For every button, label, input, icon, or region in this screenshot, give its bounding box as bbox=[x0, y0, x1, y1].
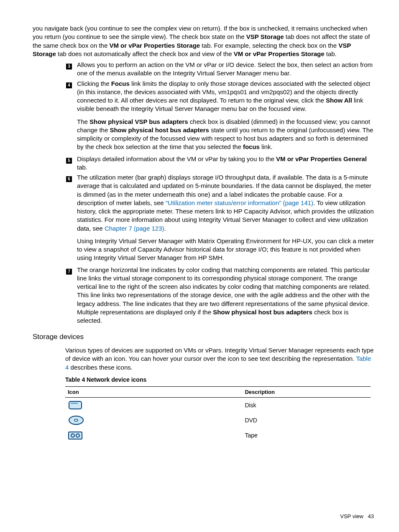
text-bold: VM or vPar Properties Storage bbox=[234, 50, 325, 57]
callout-badge: 6 bbox=[66, 176, 72, 182]
desc-cell: Tape bbox=[242, 428, 371, 443]
callout-body: Displays detailed information about the … bbox=[77, 155, 374, 172]
table-row: Disk bbox=[65, 398, 371, 413]
callout-number-7: 7 bbox=[66, 267, 74, 325]
table-network-device-icons: Icon Description Disk bbox=[65, 386, 371, 443]
paragraph: The Show physical VSP bus adapters check… bbox=[77, 118, 374, 152]
text: tab. bbox=[325, 50, 337, 57]
callout-item-6: 6 The utilization meter (bar graph) disp… bbox=[33, 173, 374, 264]
callout-body: Clicking the Focus link limits the displ… bbox=[77, 80, 374, 153]
svg-rect-1 bbox=[71, 403, 78, 404]
storage-intro-paragraph: Various types of devices are supported o… bbox=[65, 346, 374, 372]
paragraph: Clicking the Focus link limits the displ… bbox=[77, 80, 374, 113]
table-row: Tape bbox=[65, 428, 371, 443]
callout-badge: 4 bbox=[66, 82, 72, 88]
text-bold: Show All bbox=[326, 97, 352, 104]
paragraph: Using Integrity Virtual Server Manager w… bbox=[77, 237, 374, 262]
text-bold: VM or vPar Properties Storage bbox=[109, 42, 200, 49]
callout-badge: 7 bbox=[66, 269, 72, 275]
callout-body: The orange horizontal line indicates by … bbox=[77, 266, 374, 325]
disk-icon bbox=[68, 400, 240, 410]
text: tab. bbox=[77, 164, 87, 171]
desc-cell: Disk bbox=[242, 398, 371, 413]
text: tab does not automatically affect the ch… bbox=[56, 50, 234, 57]
callout-body: Allows you to perform an action on the V… bbox=[77, 61, 374, 78]
text: describes these icons. bbox=[69, 364, 133, 371]
link-chapter-7[interactable]: Chapter 7 (page 123) bbox=[105, 225, 164, 232]
dvd-icon bbox=[68, 415, 240, 425]
svg-point-3 bbox=[74, 419, 78, 421]
text-bold: VM or vPar Properties General bbox=[276, 155, 367, 162]
heading-storage-devices: Storage devices bbox=[33, 332, 374, 342]
callout-body: The utilization meter (bar graph) displa… bbox=[77, 173, 374, 264]
text: The bbox=[77, 118, 90, 125]
callout-item-5: 5 Displays detailed information about th… bbox=[33, 155, 374, 172]
callout-badge: 3 bbox=[66, 64, 72, 69]
text: Allows you to perform an action on the V… bbox=[77, 61, 373, 77]
table-header-row: Icon Description bbox=[65, 386, 371, 398]
col-header-icon: Icon bbox=[65, 386, 242, 398]
footer-page-number: 43 bbox=[368, 513, 374, 519]
footer-section: VSP view bbox=[340, 513, 363, 519]
text: Clicking the bbox=[77, 80, 111, 87]
callout-badge: 5 bbox=[66, 158, 72, 164]
page-container: you navigate back (you continue to see t… bbox=[0, 0, 399, 532]
text-bold: Focus bbox=[111, 80, 130, 87]
desc-cell: DVD bbox=[242, 413, 371, 428]
callout-number-6: 6 bbox=[66, 174, 74, 264]
callout-item-4: 4 Clicking the Focus link limits the dis… bbox=[33, 80, 374, 153]
callout-item-3: 3 Allows you to perform an action on the… bbox=[33, 61, 374, 78]
icon-cell bbox=[65, 413, 242, 428]
col-header-description: Description bbox=[242, 386, 371, 398]
svg-rect-4 bbox=[69, 432, 82, 439]
text-bold: Show physical VSP bus adapters bbox=[90, 118, 188, 125]
callout-number-3: 3 bbox=[66, 62, 74, 78]
table-caption: Table 4 Network device icons bbox=[65, 376, 374, 384]
text: . bbox=[164, 225, 166, 232]
intro-paragraph: you navigate back (you continue to see t… bbox=[33, 24, 374, 58]
text: link. bbox=[260, 143, 273, 150]
icon-cell bbox=[65, 428, 242, 443]
tape-icon bbox=[68, 430, 240, 440]
text-bold: VSP Storage bbox=[246, 33, 284, 40]
callout-number-5: 5 bbox=[66, 156, 74, 172]
paragraph: The utilization meter (bar graph) displa… bbox=[77, 173, 374, 233]
text: Displays detailed information about the … bbox=[77, 155, 276, 162]
callout-item-7: 7 The orange horizontal line indicates b… bbox=[33, 266, 374, 325]
svg-rect-0 bbox=[69, 401, 82, 409]
text-bold: focus bbox=[243, 143, 260, 150]
callout-number-4: 4 bbox=[66, 80, 74, 153]
page-footer: VSP view 43 bbox=[340, 513, 374, 520]
text-bold: Show physical host bus adapters bbox=[213, 308, 312, 316]
table-row: DVD bbox=[65, 413, 371, 428]
text: tab. For example, selecting the check bo… bbox=[200, 42, 338, 49]
text: Using Integrity Virtual Server Manager w… bbox=[77, 237, 374, 262]
text-bold: Show physical host bus adapters bbox=[110, 126, 209, 134]
link-utilization-meter[interactable]: "Utilization meter status/error informat… bbox=[166, 199, 313, 206]
icon-cell bbox=[65, 398, 242, 413]
text: Various types of devices are supported o… bbox=[65, 347, 373, 362]
